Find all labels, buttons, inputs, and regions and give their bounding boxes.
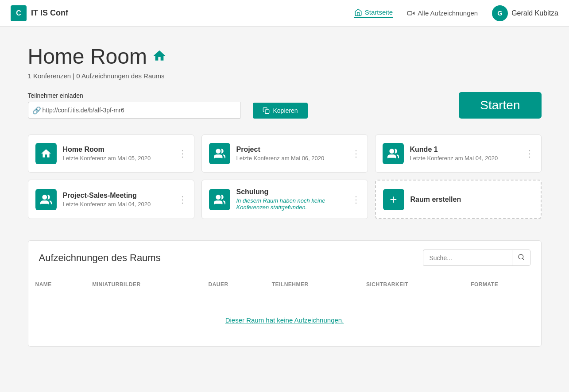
navbar: C IT IS Conf Startseite Alle Aufzeichnun… — [0, 0, 569, 27]
room-card-sales[interactable]: Project-Sales-Meeting Letzte Konferenz a… — [28, 180, 194, 219]
user-name: Gerald Kubitza — [511, 9, 558, 17]
copy-button-label: Kopieren — [273, 107, 298, 114]
home-room-icon-svg — [40, 148, 52, 159]
no-recordings-message: Dieser Raum hat keine Aufzeichnungen. — [28, 294, 541, 346]
room-card-kunde1[interactable]: Kunde 1 Letzte Konferenz am Mai 04, 2020… — [375, 135, 542, 173]
nav-alle-aufzeichnungen[interactable]: Alle Aufzeichnungen — [407, 9, 478, 17]
room-info-schulung: Schulung In diesem Raum haben noch keine… — [236, 188, 345, 211]
recordings-header-row: NAME MINIATURBILDER DAUER TEILNEHMER SIC… — [28, 275, 541, 294]
room-info-home-room: Home Room Letzte Konferenz am Mai 05, 20… — [63, 146, 172, 161]
invite-field-group: Teilnehmer einladen 🔗 — [28, 92, 240, 119]
search-box — [423, 250, 530, 266]
no-recordings-row: Dieser Raum hat keine Aufzeichnungen. — [28, 294, 541, 346]
room-icon-kunde1 — [383, 143, 404, 164]
room-name-schulung: Schulung — [236, 188, 345, 196]
home-icon-svg — [152, 49, 166, 63]
room-info-project: Project Letzte Konferenz am Mai 06, 2020 — [236, 146, 345, 161]
room-date-project: Letzte Konferenz am Mai 06, 2020 — [236, 155, 345, 161]
project-icon-svg — [214, 148, 225, 159]
room-name-kunde1: Kunde 1 — [410, 146, 519, 154]
search-icon — [518, 254, 525, 261]
invite-url-input[interactable] — [28, 102, 240, 119]
room-date-kunde1: Letzte Konferenz am Mai 04, 2020 — [410, 155, 519, 161]
room-menu-sales[interactable]: ⋮ — [178, 195, 187, 204]
room-menu-home-room[interactable]: ⋮ — [178, 149, 187, 158]
kunde1-icon-svg — [387, 148, 399, 159]
svg-point-5 — [43, 195, 46, 199]
sales-icon-svg — [40, 194, 52, 205]
brand-logo-icon: C — [11, 5, 27, 21]
create-room-icon: + — [383, 189, 404, 210]
col-name: NAME — [28, 275, 85, 294]
video-nav-icon — [407, 9, 415, 17]
recordings-table-head: NAME MINIATURBILDER DAUER TEILNEHMER SIC… — [28, 275, 541, 294]
room-name-sales: Project-Sales-Meeting — [63, 192, 172, 200]
invite-section: Teilnehmer einladen 🔗 Kopieren Starten — [28, 92, 542, 119]
nav-startseite-label: Startseite — [365, 8, 393, 16]
user-menu[interactable]: G Gerald Kubitza — [492, 5, 558, 21]
room-name-home-room: Home Room — [63, 146, 172, 154]
recordings-title: Aufzeichnungen des Raums — [39, 252, 161, 264]
room-date-home-room: Letzte Konferenz am Mai 05, 2020 — [63, 155, 172, 161]
svg-rect-2 — [265, 110, 269, 114]
start-button[interactable]: Starten — [459, 92, 541, 119]
home-nav-icon — [354, 8, 362, 16]
invite-input-wrapper: 🔗 — [28, 102, 240, 119]
page-subtitle: 1 Konferenzen | 0 Aufzeichnungen des Rau… — [28, 72, 542, 80]
recordings-section: Aufzeichnungen des Raums NAME MINIATURBI… — [28, 240, 542, 347]
room-menu-project[interactable]: ⋮ — [352, 149, 360, 158]
room-menu-schulung[interactable]: ⋮ — [352, 195, 360, 204]
svg-point-3 — [216, 149, 220, 153]
room-date-schulung: In diesem Raum haben noch keine Konferen… — [236, 197, 345, 211]
schulung-icon-svg — [214, 194, 225, 205]
recordings-table-body: Dieser Raum hat keine Aufzeichnungen. — [28, 294, 541, 346]
room-date-sales: Letzte Konferenz am Mai 04, 2020 — [63, 201, 172, 208]
room-card-home-room[interactable]: Home Room Letzte Konferenz am Mai 05, 20… — [28, 135, 194, 173]
room-icon-home — [35, 143, 57, 164]
copy-icon — [263, 107, 270, 114]
create-room-label: Raum erstellen — [410, 196, 461, 204]
room-icon-schulung — [209, 189, 230, 210]
svg-marker-1 — [412, 12, 414, 15]
page-title: Home Room — [28, 44, 147, 69]
search-button[interactable] — [512, 250, 530, 265]
nav-alle-aufzeichnungen-label: Alle Aufzeichnungen — [418, 9, 478, 17]
brand-logo-link[interactable]: C IT IS Conf — [11, 5, 68, 21]
svg-rect-0 — [408, 12, 412, 15]
room-icon-project — [209, 143, 230, 164]
page-title-row: Home Room — [28, 44, 542, 69]
room-info-sales: Project-Sales-Meeting Letzte Konferenz a… — [63, 192, 172, 208]
col-miniaturbilder: MINIATURBILDER — [85, 275, 201, 294]
home-title-icon — [152, 49, 166, 65]
svg-point-6 — [216, 195, 220, 199]
no-recordings-link[interactable]: Dieser Raum hat keine Aufzeichnungen. — [225, 316, 344, 324]
col-teilnehmer: TEILNEHMER — [265, 275, 359, 294]
room-info-kunde1: Kunde 1 Letzte Konferenz am Mai 04, 2020 — [410, 146, 519, 161]
brand-name: IT IS Conf — [31, 8, 68, 18]
room-card-project[interactable]: Project Letzte Konferenz am Mai 06, 2020… — [201, 135, 368, 173]
room-name-project: Project — [236, 146, 345, 154]
rooms-grid: Home Room Letzte Konferenz am Mai 05, 20… — [28, 135, 542, 219]
room-menu-kunde1[interactable]: ⋮ — [525, 149, 534, 158]
create-room-card[interactable]: + Raum erstellen — [375, 180, 542, 219]
link-icon: 🔗 — [32, 106, 41, 115]
recordings-header: Aufzeichnungen des Raums — [28, 241, 541, 275]
svg-point-4 — [390, 149, 394, 153]
room-card-schulung[interactable]: Schulung In diesem Raum haben noch keine… — [201, 180, 368, 219]
user-avatar: G — [492, 5, 508, 21]
main-content: Home Room 1 Konferenzen | 0 Aufzeichnung… — [10, 27, 559, 347]
room-icon-sales — [35, 189, 57, 210]
col-sichtbarkeit: SICHTBARKEIT — [359, 275, 464, 294]
nav-startseite[interactable]: Startseite — [354, 8, 393, 18]
navbar-nav: Startseite Alle Aufzeichnungen G Gerald … — [354, 5, 558, 21]
copy-button[interactable]: Kopieren — [253, 103, 308, 119]
col-formate: FORMATE — [464, 275, 541, 294]
svg-line-8 — [523, 258, 524, 260]
invite-label: Teilnehmer einladen — [28, 92, 240, 99]
col-dauer: DAUER — [201, 275, 265, 294]
recordings-table: NAME MINIATURBILDER DAUER TEILNEHMER SIC… — [28, 275, 541, 346]
search-input[interactable] — [423, 251, 512, 265]
